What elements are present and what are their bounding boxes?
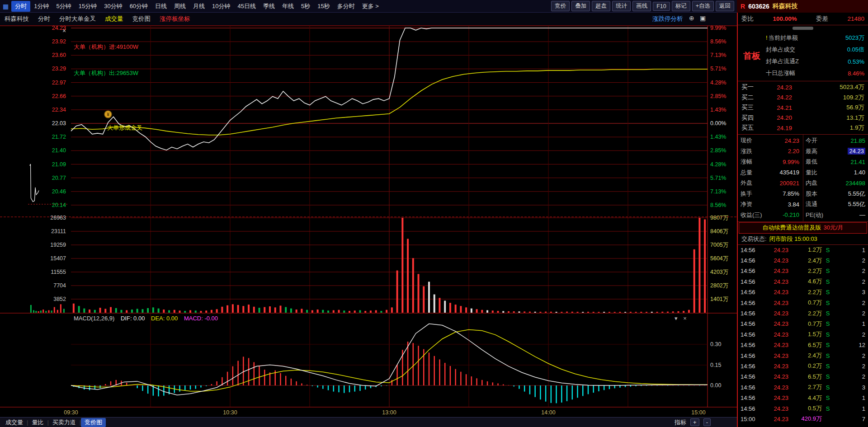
percent-axis-label: 2.85%	[710, 93, 736, 100]
macd-params: MACD(12,26,9)	[74, 315, 114, 322]
chart-tab-4[interactable]: 竞价图	[128, 15, 156, 23]
tdx-trading-app: ¥ ▦ 分时1分钟5分钟15分钟30分钟60分钟日线周线月线10分钟45日线季线…	[0, 0, 868, 427]
indicator-label[interactable]: 指标	[675, 418, 686, 427]
bottom-tab-1[interactable]: 量比	[28, 418, 47, 427]
stock-badge: R 603626 科森科技	[737, 0, 868, 13]
svg-text:¥: ¥	[107, 112, 110, 117]
r-logo-icon: R	[741, 3, 745, 10]
layout-icon[interactable]: ▣	[700, 14, 706, 22]
period-item-3[interactable]: 15分钟	[75, 1, 100, 12]
toolbar-button-2[interactable]: 超盘	[592, 1, 610, 11]
period-item-16[interactable]: 更多 >	[359, 1, 382, 12]
bottom-tab-2[interactable]: 买卖力道	[49, 418, 80, 427]
toolbar-button-5[interactable]: F10	[653, 2, 670, 11]
weibi-row: 委比100.00%委差21480	[738, 13, 868, 25]
toolbar-button-0[interactable]: 竞价	[551, 1, 570, 11]
period-item-10[interactable]: 45日线	[234, 1, 259, 12]
tick-row: 14:5624.232.7万S3	[738, 382, 868, 393]
macd-dea-value: DEA: 0.00	[151, 315, 178, 322]
period-item-5[interactable]: 60分钟	[126, 1, 151, 12]
collapse-icon[interactable]: ▾	[675, 315, 678, 322]
stat-row: 换手7.85%股本5.55亿	[738, 188, 868, 199]
percent-axis-label: 8.56%	[710, 38, 736, 45]
period-item-1[interactable]: 1分钟	[30, 1, 52, 12]
price-axis-label: 23.29	[39, 65, 66, 72]
period-item-8[interactable]: 月线	[189, 1, 208, 12]
price-axis-label: 20.77	[39, 174, 66, 182]
remove-indicator-button[interactable]: -	[703, 418, 711, 426]
buy-level-row: 买三24.2156.9万	[738, 103, 868, 113]
toolbar-button-4[interactable]: 画线	[632, 1, 651, 11]
price-axis-label: 21.09	[39, 161, 66, 168]
tick-row: 14:5624.231.5万S2	[738, 329, 868, 340]
limit-analysis-link[interactable]: 涨跌停分析	[652, 15, 683, 23]
amount-axis-label: 1401万	[710, 296, 736, 303]
percent-axis-label: 4.28%	[710, 79, 736, 86]
weibi-label: 委比	[741, 15, 754, 23]
chart-tab-3[interactable]: 成交量	[100, 15, 128, 23]
price-axis-label: 24.23	[39, 24, 66, 32]
period-item-2[interactable]: 5分钟	[52, 1, 75, 12]
percent-axis-label: 9.99%	[710, 24, 736, 32]
toolbar-button-8[interactable]: 返回	[716, 1, 734, 11]
amount-axis-label: 9807万	[710, 214, 736, 221]
macd-close-icon[interactable]: ×	[683, 315, 687, 322]
period-item-4[interactable]: 30分钟	[100, 1, 126, 12]
bottom-tab-0[interactable]: 成交量	[2, 418, 27, 427]
price-axis-label: 22.97	[39, 79, 66, 86]
period-item-7[interactable]: 周线	[170, 1, 189, 12]
tick-row: 14:5624.232.2万S2	[738, 308, 868, 319]
amount-axis-label: 8406万	[710, 228, 736, 235]
price-axis-label: 20.46	[39, 188, 66, 195]
price-axis-label: 22.66	[39, 93, 66, 100]
period-item-0[interactable]: 分时	[11, 1, 30, 12]
buy-level-row: 买五24.191.9万	[738, 123, 868, 133]
price-axis-label: 21.72	[39, 133, 66, 141]
chart-tab-1[interactable]: 分时	[33, 15, 55, 23]
period-item-14[interactable]: 15秒	[314, 1, 333, 12]
chart-tab-0[interactable]: 科森科技	[0, 15, 33, 23]
chart-tab-5[interactable]: 涨停板坐标	[155, 15, 195, 23]
macd-dif-value: DIF: 0.00	[121, 315, 145, 322]
tick-row: 14:5624.236.5万S2	[738, 371, 868, 382]
toolbar-button-1[interactable]: 叠加	[571, 1, 590, 11]
subscription-ad[interactable]: 自动续费通达信普及版30元/月	[739, 222, 867, 234]
seal-row: 封单占成交0.05倍	[766, 44, 864, 56]
period-item-13[interactable]: 5秒	[297, 1, 314, 12]
period-item-11[interactable]: 季线	[259, 1, 278, 12]
volume-axis-label: 26963	[39, 214, 66, 221]
stock-stats: 现价24.23今开21.85涨跌2.20最高24.23涨幅9.99%最低21.4…	[738, 135, 868, 222]
add-indicator-button[interactable]: +	[690, 418, 699, 426]
weibi-value: 100.00%	[773, 15, 797, 22]
tick-row: 14:5624.236.5万S12	[738, 340, 868, 350]
add-pane-icon[interactable]: ⊕	[689, 14, 694, 22]
macd-axis-label: 0.30	[710, 341, 736, 348]
period-item-6[interactable]: 日线	[151, 1, 170, 12]
buy-level-row: 买四24.2013.1万	[738, 113, 868, 123]
window-icon[interactable]: ▦	[0, 3, 11, 10]
tick-row: 14:5624.234.4万S1	[738, 393, 868, 403]
stat-row: 外盘200921内盘234498	[738, 178, 868, 189]
toolbar-button-7[interactable]: +自选	[692, 1, 714, 11]
seal-row: 封单占流通Z0.53%	[766, 56, 864, 67]
macd-pane-controls: ▾ ×	[675, 315, 687, 322]
right-info-panel: 委比100.00%委差21480首板!当前封单额5023万封单占成交0.05倍封…	[737, 13, 868, 427]
toolbar-button-6[interactable]: 标记	[672, 1, 690, 11]
chart-tab-2[interactable]: 分时大单金叉	[55, 15, 100, 23]
first-board-tag: 首板	[738, 31, 766, 81]
amount-axis-label: 5604万	[710, 255, 736, 262]
toolbar-button-3[interactable]: 统计	[612, 1, 631, 11]
period-item-15[interactable]: 多分时	[334, 1, 359, 12]
stock-code: 603626	[748, 3, 769, 10]
period-item-12[interactable]: 年线	[278, 1, 297, 12]
stat-row: 总量435419量比1.40	[738, 167, 868, 178]
period-item-9[interactable]: 10分钟	[208, 1, 234, 12]
percent-axis-label: 8.56%	[710, 202, 736, 209]
bottom-tab-3[interactable]: 竞价图	[81, 418, 106, 427]
collapse-sell-queue-handle[interactable]	[793, 27, 813, 30]
percent-axis-label: 7.13%	[710, 188, 736, 195]
stock-name: 科森科技	[773, 2, 798, 10]
volume-axis-label: 3852	[39, 296, 66, 303]
tick-row: 14:5624.232.2万S3	[738, 287, 868, 297]
intraday-chart: ¥	[0, 0, 737, 417]
